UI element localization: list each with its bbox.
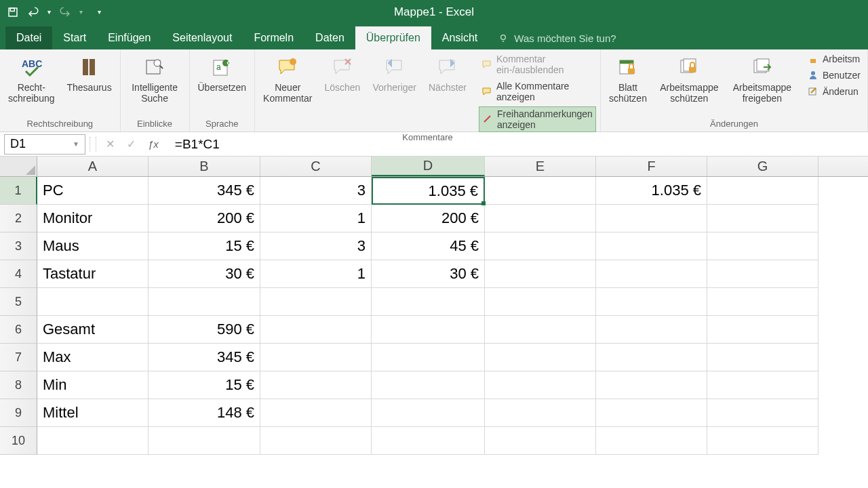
cell-A10[interactable] — [37, 427, 149, 455]
fx-icon[interactable]: ƒx — [148, 138, 159, 150]
row-header-1[interactable]: 1 — [0, 177, 37, 205]
cell-A8[interactable]: Min — [37, 371, 149, 399]
cell-F8[interactable] — [596, 371, 707, 399]
row-header-9[interactable]: 9 — [0, 399, 37, 427]
tab-home[interactable]: Start — [52, 26, 97, 49]
smart-lookup-button[interactable]: Intelligente Suche — [125, 52, 185, 106]
cell-A2[interactable]: Monitor — [37, 205, 149, 232]
cell-G6[interactable] — [707, 316, 818, 344]
cell-F10[interactable] — [596, 427, 707, 455]
show-hide-comment-button[interactable]: Kommentar ein-/ausblenden — [479, 52, 596, 77]
row-header-3[interactable]: 3 — [0, 232, 37, 260]
spelling-button[interactable]: ABC Recht-schreibung — [4, 52, 59, 106]
cell-E6[interactable] — [485, 316, 596, 344]
cell-A1[interactable]: PC — [37, 177, 149, 205]
cell-B8[interactable]: 15 € — [149, 371, 260, 399]
qat-customize-icon[interactable]: ▾ — [98, 8, 101, 16]
cell-A9[interactable]: Mittel — [37, 399, 149, 427]
cell-B6[interactable]: 590 € — [149, 316, 260, 344]
col-header-G[interactable]: G — [707, 157, 818, 176]
tab-review[interactable]: Überprüfen — [355, 26, 431, 49]
cell-A7[interactable]: Max — [37, 344, 149, 371]
tab-file[interactable]: Datei — [5, 26, 52, 49]
prev-comment-button[interactable]: Vorheriger — [368, 52, 420, 96]
cell-E3[interactable] — [485, 232, 596, 260]
cell-D2[interactable]: 200 € — [372, 205, 485, 232]
name-box[interactable]: D1 ▼ — [4, 134, 85, 155]
share-workbook-button[interactable]: Arbeitsmappe freigeben — [728, 52, 797, 106]
cell-D4[interactable]: 30 € — [372, 260, 485, 288]
cell-A6[interactable]: Gesamt — [37, 316, 149, 344]
cell-F1[interactable]: 1.035 € — [596, 177, 707, 205]
cell-C2[interactable]: 1 — [260, 205, 372, 232]
row-header-5[interactable]: 5 — [0, 288, 37, 316]
row-header-10[interactable]: 10 — [0, 427, 37, 455]
row-header-6[interactable]: 6 — [0, 316, 37, 344]
cell-E10[interactable] — [485, 427, 596, 455]
select-all-corner[interactable] — [0, 157, 37, 176]
formula-input[interactable]: =B1*C1 — [168, 134, 868, 155]
tab-view[interactable]: Ansicht — [431, 26, 488, 49]
cell-G3[interactable] — [707, 232, 818, 260]
cell-D7[interactable] — [372, 344, 485, 371]
save-icon[interactable] — [7, 6, 19, 18]
cell-G5[interactable] — [707, 288, 818, 316]
cell-E2[interactable] — [485, 205, 596, 232]
cell-F9[interactable] — [596, 399, 707, 427]
cell-C7[interactable] — [260, 344, 372, 371]
col-header-D[interactable]: D — [372, 157, 485, 176]
cell-F7[interactable] — [596, 344, 707, 371]
protect-sheet-button[interactable]: Blatt schützen — [605, 52, 651, 106]
cell-E8[interactable] — [485, 371, 596, 399]
cell-G7[interactable] — [707, 344, 818, 371]
cell-G10[interactable] — [707, 427, 818, 455]
cell-E5[interactable] — [485, 288, 596, 316]
cell-D6[interactable] — [372, 316, 485, 344]
cell-B9[interactable]: 148 € — [149, 399, 260, 427]
col-header-B[interactable]: B — [149, 157, 260, 176]
cell-C4[interactable]: 1 — [260, 260, 372, 288]
cell-F6[interactable] — [596, 316, 707, 344]
cell-C1[interactable]: 3 — [260, 177, 372, 205]
translate-button[interactable]: a Übersetzen — [194, 52, 251, 96]
cell-B2[interactable]: 200 € — [149, 205, 260, 232]
row-header-7[interactable]: 7 — [0, 344, 37, 371]
cell-E9[interactable] — [485, 399, 596, 427]
col-header-E[interactable]: E — [485, 157, 596, 176]
show-all-comments-button[interactable]: Alle Kommentare anzeigen — [479, 79, 596, 104]
row-header-4[interactable]: 4 — [0, 260, 37, 288]
cell-C8[interactable] — [260, 371, 372, 399]
next-comment-button[interactable]: Nächster — [425, 52, 471, 96]
cell-E1[interactable] — [485, 177, 596, 205]
cell-B10[interactable] — [149, 427, 260, 455]
name-box-dropdown-icon[interactable]: ▼ — [73, 140, 79, 148]
col-header-C[interactable]: C — [260, 157, 372, 176]
cell-G1[interactable] — [707, 177, 818, 205]
cell-C3[interactable]: 3 — [260, 232, 372, 260]
delete-comment-button[interactable]: Löschen — [320, 52, 364, 96]
cell-G8[interactable] — [707, 371, 818, 399]
cell-F5[interactable] — [596, 288, 707, 316]
tab-layout[interactable]: Seitenlayout — [161, 26, 243, 49]
tell-me-search[interactable]: Was möchten Sie tun? — [488, 27, 625, 49]
cell-G4[interactable] — [707, 260, 818, 288]
allow-users-button[interactable]: Benutzer — [805, 68, 863, 82]
cell-C5[interactable] — [260, 288, 372, 316]
cell-B4[interactable]: 30 € — [149, 260, 260, 288]
cell-D9[interactable] — [372, 399, 485, 427]
cell-C9[interactable] — [260, 399, 372, 427]
tab-formulas[interactable]: Formeln — [243, 26, 304, 49]
cell-F2[interactable] — [596, 205, 707, 232]
cell-D8[interactable] — [372, 371, 485, 399]
cell-C10[interactable] — [260, 427, 372, 455]
cell-E4[interactable] — [485, 260, 596, 288]
cell-D5[interactable] — [372, 288, 485, 316]
cell-G2[interactable] — [707, 205, 818, 232]
cell-D3[interactable]: 45 € — [372, 232, 485, 260]
protect-workbook-button[interactable]: Arbeitsmappe schützen — [655, 52, 724, 106]
cell-A3[interactable]: Maus — [37, 232, 149, 260]
thesaurus-button[interactable]: Thesaurus — [63, 52, 116, 96]
cell-C6[interactable] — [260, 316, 372, 344]
tab-insert[interactable]: Einfügen — [97, 26, 161, 49]
protect-share-button[interactable]: Arbeitsm — [805, 52, 863, 66]
